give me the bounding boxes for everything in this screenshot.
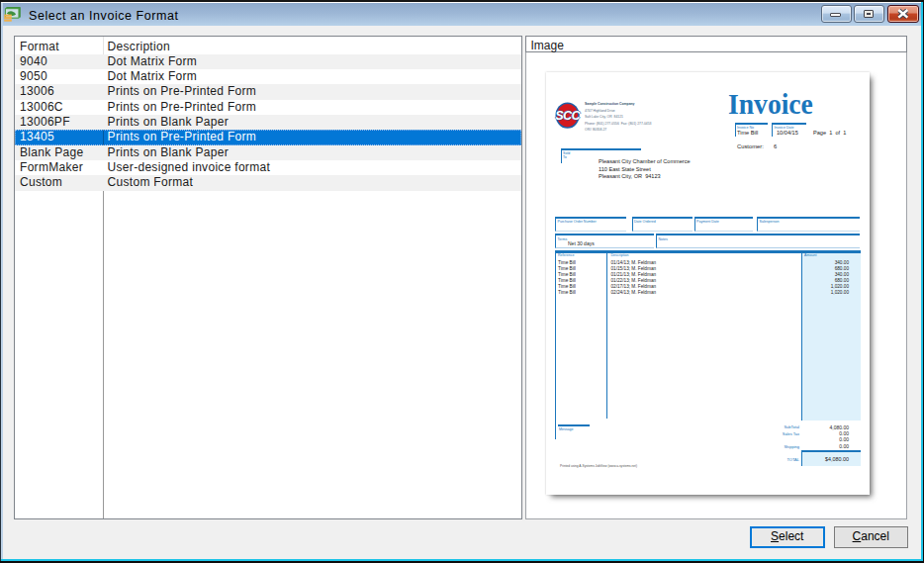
- svg-text:SCC: SCC: [555, 109, 581, 123]
